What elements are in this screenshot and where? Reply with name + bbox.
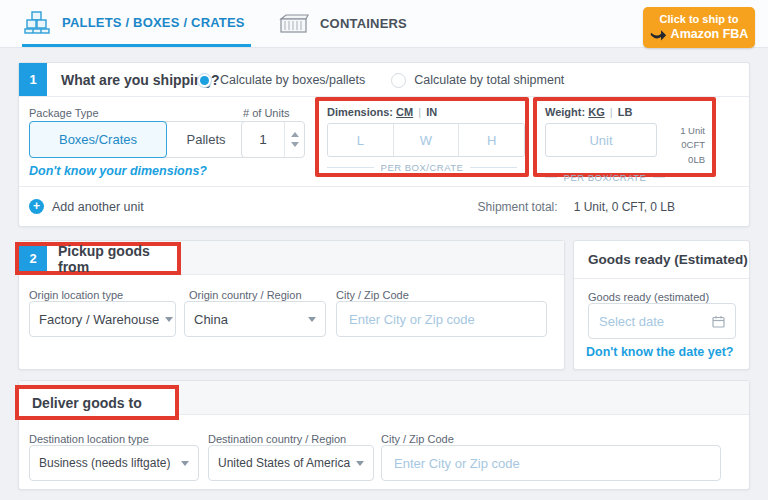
package-type-pallets[interactable]: Pallets bbox=[166, 122, 246, 157]
section3-title: Deliver goods to bbox=[32, 395, 142, 411]
chevron-down-icon bbox=[181, 461, 189, 466]
package-type-label: Package Type bbox=[29, 107, 99, 119]
destination-type-select[interactable]: Business (needs liftgate) bbox=[29, 445, 199, 481]
dimensions-per-box-label: PER BOX/CRATE bbox=[327, 162, 517, 173]
units-stepper-arrows[interactable] bbox=[284, 122, 304, 157]
shipment-total-label: Shipment total: bbox=[478, 200, 558, 214]
unit-summary: 1 Unit 0CFT 0LB bbox=[657, 123, 708, 167]
date-placeholder: Select date bbox=[599, 314, 664, 329]
length-input[interactable] bbox=[328, 124, 394, 156]
fba-button-line1: Click to ship to bbox=[660, 13, 739, 25]
amazon-fba-button[interactable]: Click to ship to Amazon FBA bbox=[643, 7, 755, 48]
unit-kg-toggle[interactable]: KG bbox=[588, 106, 605, 118]
section-pickup-goods-from: 2 Pickup goods from Origin location type… bbox=[18, 240, 565, 370]
stepper-up-icon[interactable] bbox=[291, 132, 299, 137]
dont-know-dimensions-link[interactable]: Don't know your dimensions? bbox=[29, 164, 207, 178]
unit-summary-cft: 0CFT bbox=[657, 138, 705, 152]
pallet-boxes-icon bbox=[22, 9, 52, 35]
origin-country-value: China bbox=[194, 312, 228, 327]
goods-ready-title: Goods ready (Estimated) bbox=[574, 241, 749, 279]
units-stepper bbox=[241, 121, 305, 158]
origin-country-label: Origin country / Region bbox=[189, 289, 302, 301]
weight-label: Weight: bbox=[545, 106, 585, 118]
weight-per-box-label: PER BOX/CRATE bbox=[545, 172, 665, 183]
weight-input[interactable] bbox=[545, 123, 657, 157]
section1-step-badge: 1 bbox=[19, 63, 47, 96]
destination-city-label: City / Zip Code bbox=[381, 433, 454, 445]
tab-containers-label: CONTAINERS bbox=[320, 16, 407, 31]
goods-ready-date-picker[interactable]: Select date bbox=[588, 303, 736, 339]
shipment-total: Shipment total: 1 Unit, 0 CFT, 0 LB bbox=[478, 187, 675, 226]
shipment-type-tabbar: PALLETS / BOXES / CRATES CONTAINERS Clic… bbox=[0, 0, 768, 48]
destination-country-select[interactable]: United States of America bbox=[208, 445, 374, 481]
chevron-down-icon bbox=[308, 317, 316, 322]
destination-country-label: Destination country / Region bbox=[208, 433, 346, 445]
chevron-down-icon bbox=[356, 461, 364, 466]
goods-ready-panel: Goods ready (Estimated) Goods ready (est… bbox=[573, 240, 750, 370]
add-another-unit-button[interactable]: + Add another unit bbox=[29, 187, 144, 226]
origin-type-label: Origin location type bbox=[29, 289, 123, 301]
tab-pallets-boxes-crates[interactable]: PALLETS / BOXES / CRATES bbox=[22, 0, 251, 47]
radio-calculate-by-total-label: Calculate by total shipment bbox=[414, 73, 564, 87]
dimensions-inputs bbox=[327, 123, 525, 157]
unit-lb-toggle[interactable]: LB bbox=[618, 106, 633, 118]
height-input[interactable] bbox=[459, 124, 524, 156]
shipment-total-value: 1 Unit, 0 CFT, 0 LB bbox=[574, 200, 675, 214]
container-icon bbox=[278, 12, 310, 36]
tab-pallets-label: PALLETS / BOXES / CRATES bbox=[62, 15, 245, 30]
unit-cm-toggle[interactable]: CM bbox=[396, 106, 413, 118]
tab-containers[interactable]: CONTAINERS bbox=[278, 0, 407, 47]
unit-in-toggle[interactable]: IN bbox=[426, 106, 437, 118]
section1-title: What are you shipping? bbox=[61, 72, 220, 88]
radio-calculate-by-boxes-label: Calculate by boxes/pallets bbox=[220, 73, 365, 87]
units-label: # of Units bbox=[243, 107, 289, 119]
radio-calculate-by-boxes[interactable]: Calculate by boxes/pallets bbox=[197, 73, 365, 88]
chevron-down-icon bbox=[165, 317, 173, 322]
dimensions-label: Dimensions: bbox=[327, 106, 393, 118]
radio-calculate-by-total[interactable]: Calculate by total shipment bbox=[391, 73, 564, 88]
origin-city-label: City / Zip Code bbox=[336, 289, 409, 301]
fba-button-line2: Amazon FBA bbox=[671, 26, 749, 43]
section-what-are-you-shipping: 1 What are you shipping? Calculate by bo… bbox=[18, 62, 750, 227]
package-type-toggle: Boxes/Crates Pallets bbox=[29, 121, 247, 158]
plus-icon: + bbox=[29, 199, 44, 214]
unit-summary-units: 1 Unit bbox=[657, 124, 705, 138]
unit-summary-lb: 0LB bbox=[657, 153, 705, 167]
annotation-box-deliver: Deliver goods to bbox=[15, 385, 179, 420]
freight-rate-calculator: PALLETS / BOXES / CRATES CONTAINERS Clic… bbox=[0, 0, 768, 500]
dont-know-date-link[interactable]: Don't know the date yet? bbox=[586, 345, 733, 359]
destination-city-input[interactable] bbox=[381, 445, 721, 481]
radio-selected-icon bbox=[197, 73, 212, 88]
origin-city-input[interactable] bbox=[336, 301, 547, 337]
stepper-down-icon[interactable] bbox=[291, 142, 299, 147]
destination-type-value: Business (needs liftgate) bbox=[39, 456, 170, 470]
section-deliver-goods-to: Deliver goods to Destination location ty… bbox=[18, 380, 750, 490]
destination-type-label: Destination location type bbox=[29, 433, 149, 445]
radio-unselected-icon bbox=[391, 73, 406, 88]
dimensions-unit-row: Dimensions: CM | IN bbox=[327, 106, 521, 118]
width-input[interactable] bbox=[394, 124, 460, 156]
destination-country-value: United States of America bbox=[218, 456, 350, 470]
origin-type-value: Factory / Warehouse bbox=[39, 312, 159, 327]
calendar-icon bbox=[712, 315, 725, 328]
package-type-boxes-crates[interactable]: Boxes/Crates bbox=[29, 121, 167, 158]
units-input[interactable] bbox=[242, 122, 284, 157]
annotation-box-dimensions: Dimensions: CM | IN PER BOX/CRATE bbox=[315, 97, 529, 177]
goods-ready-field-label: Goods ready (estimated) bbox=[588, 291, 709, 303]
weight-unit-row: Weight: KG | LB bbox=[545, 106, 708, 118]
calculation-mode-radios: Calculate by boxes/pallets Calculate by … bbox=[197, 63, 564, 97]
origin-type-select[interactable]: Factory / Warehouse bbox=[29, 301, 176, 337]
section1-header: 1 What are you shipping? Calculate by bo… bbox=[19, 63, 749, 97]
add-another-unit-label: Add another unit bbox=[52, 200, 144, 214]
amazon-arrow-icon bbox=[650, 28, 667, 41]
section1-footer: + Add another unit Shipment total: 1 Uni… bbox=[19, 186, 749, 226]
annotation-box-weight: Weight: KG | LB 1 Unit 0CFT 0LB PER BOX/… bbox=[533, 97, 716, 177]
origin-country-select[interactable]: China bbox=[184, 301, 326, 337]
